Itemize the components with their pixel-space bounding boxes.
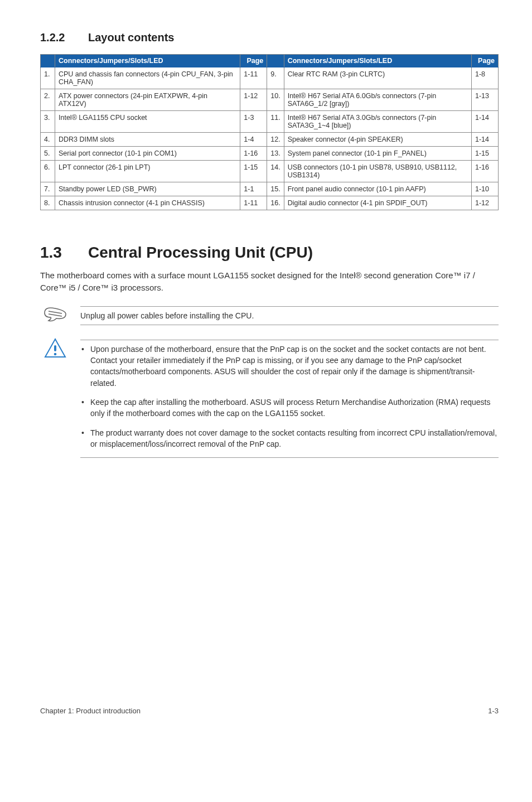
row-num: 3. — [41, 111, 55, 133]
row-page: 1-11 — [240, 67, 267, 89]
table-header-blank-right — [267, 55, 284, 67]
page-footer: Chapter 1: Product introduction 1-3 — [0, 701, 532, 731]
row-desc: DDR3 DIMM slots — [55, 133, 240, 147]
row-desc: LPT connector (26-1 pin LPT) — [55, 161, 240, 182]
section-heading-122: 1.2.2Layout contents — [40, 31, 499, 44]
footer-left: Chapter 1: Product introduction — [40, 707, 141, 715]
row-desc: Intel® LGA1155 CPU socket — [55, 111, 240, 133]
table-row: 1. CPU and chassis fan connectors (4-pin… — [41, 67, 499, 89]
row-num: 10. — [267, 89, 284, 111]
row-desc: Standby power LED (SB_PWR) — [55, 182, 240, 196]
section-number: 1.3 — [40, 244, 88, 262]
table-header-right: Connectors/Jumpers/Slots/LED — [284, 55, 471, 67]
row-num: 7. — [41, 182, 55, 196]
svg-point-1 — [54, 352, 57, 355]
row-page: 1-12 — [472, 196, 499, 210]
table-row: 8. Chassis intrusion connector (4-1 pin … — [41, 196, 499, 210]
row-num: 13. — [267, 147, 284, 161]
row-num: 12. — [267, 133, 284, 147]
section-intro-paragraph: The motherboard comes with a surface mou… — [40, 269, 499, 294]
table-header-page-left: Page — [240, 55, 267, 67]
row-num: 1. — [41, 67, 55, 89]
row-desc: Digital audio connector (4-1 pin SPDIF_O… — [284, 196, 471, 210]
table-row: 6. LPT connector (26-1 pin LPT) 1-15 14.… — [41, 161, 499, 182]
section-number: 1.2.2 — [40, 31, 88, 44]
table-row: 3. Intel® LGA1155 CPU socket 1-3 11. Int… — [41, 111, 499, 133]
table-row: 4. DDR3 DIMM slots 1-4 12. Speaker conne… — [41, 133, 499, 147]
warning-item: Keep the cap after installing the mother… — [80, 397, 499, 419]
row-num: 5. — [41, 147, 55, 161]
note-text: Unplug all power cables before installin… — [80, 310, 499, 321]
section-title: Central Processing Unit (CPU) — [88, 244, 313, 261]
row-page: 1-16 — [472, 161, 499, 182]
row-num: 8. — [41, 196, 55, 210]
row-page: 1-13 — [472, 89, 499, 111]
warning-item: The product warranty does not cover dama… — [80, 427, 499, 450]
row-desc: Front panel audio connector (10-1 pin AA… — [284, 182, 471, 196]
row-page: 1-15 — [240, 161, 267, 182]
row-num: 14. — [267, 161, 284, 182]
table-row: 2. ATX power connectors (24-pin EATXPWR,… — [41, 89, 499, 111]
warning-callout: Upon purchase of the motherboard, ensure… — [40, 336, 499, 461]
row-num: 11. — [267, 111, 284, 133]
row-num: 2. — [41, 89, 55, 111]
svg-rect-0 — [54, 345, 56, 351]
footer-right: 1-3 — [488, 707, 499, 715]
row-desc: Speaker connector (4-pin SPEAKER) — [284, 133, 471, 147]
row-page: 1-16 — [240, 147, 267, 161]
row-num: 16. — [267, 196, 284, 210]
note-callout: Unplug all power cables before installin… — [40, 303, 499, 328]
section-title: Layout contents — [88, 31, 174, 44]
warning-icon — [40, 336, 70, 360]
note-icon — [40, 303, 70, 323]
row-page: 1-14 — [472, 111, 499, 133]
row-page: 1-15 — [472, 147, 499, 161]
row-desc: Serial port connector (10-1 pin COM1) — [55, 147, 240, 161]
table-row: 5. Serial port connector (10-1 pin COM1)… — [41, 147, 499, 161]
section-heading-13: 1.3Central Processing Unit (CPU) — [40, 244, 499, 262]
row-page: 1-3 — [240, 111, 267, 133]
row-desc: Clear RTC RAM (3-pin CLRTC) — [284, 67, 471, 89]
table-header-page-right: Page — [472, 55, 499, 67]
row-desc: Intel® H67 Serial ATA 3.0Gb/s connectors… — [284, 111, 471, 133]
warning-list: Upon purchase of the motherboard, ensure… — [80, 344, 499, 450]
row-desc: System panel connector (10-1 pin F_PANEL… — [284, 147, 471, 161]
table-header-left: Connectors/Jumpers/Slots/LED — [55, 55, 240, 67]
row-page: 1-11 — [240, 196, 267, 210]
layout-contents-table: Connectors/Jumpers/Slots/LED Page Connec… — [40, 54, 499, 210]
row-page: 1-12 — [240, 89, 267, 111]
row-desc: ATX power connectors (24-pin EATXPWR, 4-… — [55, 89, 240, 111]
row-page: 1-14 — [472, 133, 499, 147]
row-desc: CPU and chassis fan connectors (4-pin CP… — [55, 67, 240, 89]
row-desc: USB connectors (10-1 pin USB78, USB910, … — [284, 161, 471, 182]
warning-item: Upon purchase of the motherboard, ensure… — [80, 344, 499, 389]
row-page: 1-4 — [240, 133, 267, 147]
table-header-blank-left — [41, 55, 55, 67]
row-desc: Intel® H67 Serial ATA 6.0Gb/s connectors… — [284, 89, 471, 111]
row-desc: Chassis intrusion connector (4-1 pin CHA… — [55, 196, 240, 210]
table-row: 7. Standby power LED (SB_PWR) 1-1 15. Fr… — [41, 182, 499, 196]
row-num: 4. — [41, 133, 55, 147]
row-page: 1-10 — [472, 182, 499, 196]
row-num: 15. — [267, 182, 284, 196]
row-page: 1-8 — [472, 67, 499, 89]
row-num: 9. — [267, 67, 284, 89]
row-num: 6. — [41, 161, 55, 182]
row-page: 1-1 — [240, 182, 267, 196]
